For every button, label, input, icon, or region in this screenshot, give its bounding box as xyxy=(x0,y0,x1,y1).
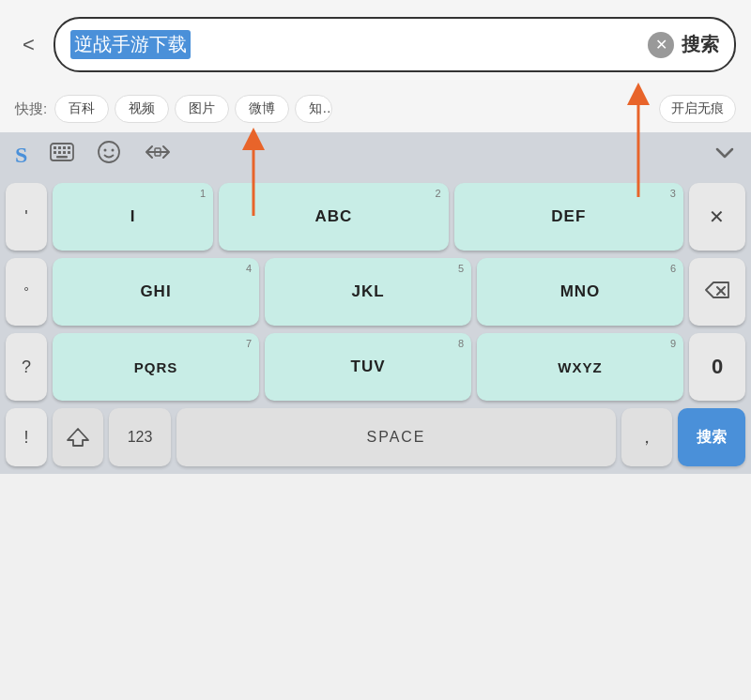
tag-zhi[interactable]: 知… xyxy=(295,95,332,123)
svg-rect-6 xyxy=(58,151,61,154)
svg-point-12 xyxy=(112,149,115,152)
emoji-icon[interactable] xyxy=(97,140,121,170)
svg-rect-3 xyxy=(63,146,66,149)
chevron-down-icon[interactable] xyxy=(713,143,736,167)
sogou-icon[interactable]: S xyxy=(15,143,27,168)
key-7-pqrs[interactable]: 7 PQRS xyxy=(53,333,259,401)
back-button[interactable]: < xyxy=(15,29,42,61)
svg-rect-2 xyxy=(58,146,61,149)
key-exclamation[interactable]: ! xyxy=(6,408,47,466)
tag-baike[interactable]: 百科 xyxy=(54,95,109,123)
header: < 逆战手游下载 ✕ 搜索 xyxy=(0,0,751,85)
keyboard-row-3: ? 7 PQRS 8 TUV 9 WXYZ 0 xyxy=(6,333,745,401)
key-space[interactable]: SPACE xyxy=(176,408,616,466)
keyboard-icon[interactable] xyxy=(50,143,74,167)
svg-rect-9 xyxy=(56,156,68,159)
keyboard: ' 1 I 2 ABC 3 DEF ✕ ° 4 GHI 5 JKL xyxy=(0,177,751,474)
keyboard-row-4: ! 123 SPACE ， 搜索 xyxy=(6,408,745,466)
tag-image[interactable]: 图片 xyxy=(175,95,229,123)
svg-rect-7 xyxy=(63,151,66,154)
tag-video[interactable]: 视频 xyxy=(115,95,169,123)
key-question[interactable]: ? xyxy=(6,333,47,401)
key-backspace[interactable] xyxy=(689,258,745,326)
svg-rect-4 xyxy=(68,146,70,149)
key-3-def[interactable]: 3 DEF xyxy=(454,183,683,251)
svg-point-11 xyxy=(104,149,107,152)
key-2-abc[interactable]: 2 ABC xyxy=(219,183,448,251)
key-comma[interactable]: ， xyxy=(621,408,672,466)
key-delete[interactable]: ✕ xyxy=(689,183,745,251)
svg-point-10 xyxy=(99,142,119,162)
search-bar: 逆战手游下载 ✕ 搜索 xyxy=(54,17,736,72)
keyboard-row-2: ° 4 GHI 5 JKL 6 MNO xyxy=(6,258,745,326)
key-0[interactable]: 0 xyxy=(689,333,745,401)
cursor-icon[interactable] xyxy=(144,142,172,168)
key-8-tuv[interactable]: 8 TUV xyxy=(265,333,471,401)
key-5-jkl[interactable]: 5 JKL xyxy=(265,258,471,326)
key-shift[interactable] xyxy=(53,408,103,466)
key-degree[interactable]: ° xyxy=(6,258,47,326)
key-apostrophe[interactable]: ' xyxy=(6,183,47,251)
keyboard-toolbar: S xyxy=(0,132,751,177)
key-123[interactable]: 123 xyxy=(109,408,171,466)
keyboard-row-1: ' 1 I 2 ABC 3 DEF ✕ xyxy=(6,183,745,251)
search-input-text[interactable]: 逆战手游下载 xyxy=(70,30,191,59)
svg-rect-1 xyxy=(54,146,56,149)
quick-tags-container: 百科 视频 图片 微博 知… xyxy=(54,95,651,123)
tag-weibo[interactable]: 微博 xyxy=(235,95,289,123)
clear-icon: ✕ xyxy=(655,36,667,53)
key-9-wxyz[interactable]: 9 WXYZ xyxy=(477,333,683,401)
quick-search-bar: 快搜: 百科 视频 图片 微博 知… 开启无痕 xyxy=(0,85,751,132)
key-4-ghi[interactable]: 4 GHI xyxy=(53,258,259,326)
toolbar-icons: S xyxy=(15,140,172,170)
quick-search-label: 快搜: xyxy=(15,100,47,118)
privacy-button[interactable]: 开启无痕 xyxy=(659,95,736,123)
clear-button[interactable]: ✕ xyxy=(648,32,674,58)
key-6-mno[interactable]: 6 MNO xyxy=(477,258,683,326)
svg-rect-5 xyxy=(54,151,56,154)
key-1-i[interactable]: 1 I xyxy=(53,183,213,251)
search-button[interactable]: 搜索 xyxy=(682,32,719,57)
svg-rect-8 xyxy=(68,151,70,154)
key-search-enter[interactable]: 搜索 xyxy=(678,408,745,466)
